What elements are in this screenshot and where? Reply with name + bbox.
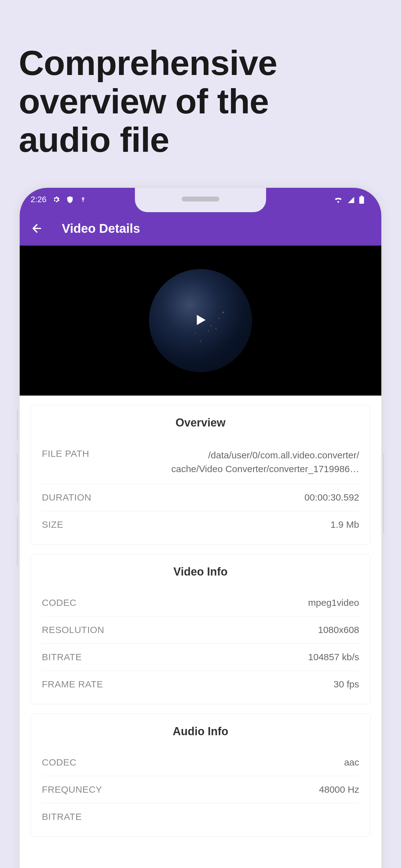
row-value: 1080x608 <box>318 625 359 635</box>
video-preview[interactable] <box>20 246 381 396</box>
overview-size-row: SIZE 1.9 Mb <box>42 511 359 538</box>
shield-icon <box>66 195 74 204</box>
row-value: 104857 kb/s <box>308 652 359 662</box>
card-title: Audio Info <box>42 725 359 738</box>
overview-card: Overview FILE PATH /data/user/0/com.all.… <box>31 405 370 545</box>
row-label: CODEC <box>42 597 76 608</box>
row-label: BITRATE <box>42 811 82 822</box>
app-bar: Video Details <box>20 211 381 246</box>
row-label: SIZE <box>42 519 63 530</box>
row-value: mpeg1video <box>308 597 359 608</box>
row-value: /data/user/0/com.all.video.converter/ ca… <box>171 448 360 475</box>
overview-duration-row: DURATION 00:00:30.592 <box>42 484 359 511</box>
audio-info-card: Audio Info CODEC aac FREQUNECY 48000 Hz … <box>31 714 370 837</box>
location-icon <box>80 195 87 204</box>
row-label: FRAME RATE <box>42 679 103 690</box>
row-label: RESOLUTION <box>42 625 104 635</box>
card-title: Overview <box>42 416 359 429</box>
svg-point-0 <box>82 197 84 199</box>
promo-heading-line: overview of the <box>19 82 277 121</box>
video-bitrate-row: BITRATE 104857 kb/s <box>42 644 359 671</box>
row-value: 00:00:30.592 <box>304 492 359 503</box>
row-label: DURATION <box>42 492 91 503</box>
svg-rect-2 <box>361 195 363 196</box>
status-time: 2:26 <box>31 195 46 204</box>
phone-frame: 2:26 <box>18 186 383 868</box>
promo-heading: Comprehensive overview of the audio file <box>19 44 277 159</box>
audio-codec-row: CODEC aac <box>42 749 359 776</box>
row-value: 1.9 Mb <box>330 519 359 530</box>
row-label: BITRATE <box>42 652 82 662</box>
card-title: Video Info <box>42 565 359 578</box>
back-button[interactable] <box>31 222 43 235</box>
row-label: FREQUNECY <box>42 784 102 795</box>
signal-icon <box>347 196 355 203</box>
promo-heading-line: audio file <box>19 121 277 159</box>
audio-bitrate-row: BITRATE <box>42 803 359 830</box>
promo-heading-line: Comprehensive <box>19 44 277 82</box>
audio-frequency-row: FREQUNECY 48000 Hz <box>42 776 359 803</box>
row-value: 48000 Hz <box>319 784 359 795</box>
play-icon[interactable] <box>192 311 209 330</box>
row-value: 30 fps <box>334 679 359 690</box>
file-path-line: cache/Video Converter/converter_1719986… <box>171 462 360 476</box>
wifi-icon <box>334 196 343 203</box>
content-area: Overview FILE PATH /data/user/0/com.all.… <box>20 396 381 856</box>
video-frame-rate-row: FRAME RATE 30 fps <box>42 671 359 698</box>
svg-rect-1 <box>359 196 364 204</box>
video-info-card: Video Info CODEC mpeg1video RESOLUTION 1… <box>31 554 370 704</box>
page-title: Video Details <box>62 221 140 236</box>
video-codec-row: CODEC mpeg1video <box>42 589 359 617</box>
video-resolution-row: RESOLUTION 1080x608 <box>42 617 359 644</box>
overview-file-path-row: FILE PATH /data/user/0/com.all.video.con… <box>42 440 359 484</box>
row-value: aac <box>344 757 359 768</box>
battery-icon <box>359 195 364 204</box>
gear-icon <box>52 195 60 204</box>
phone-notch <box>135 188 266 212</box>
row-label: CODEC <box>42 757 76 768</box>
screen: 2:26 <box>20 188 381 868</box>
file-path-line: /data/user/0/com.all.video.converter/ <box>171 448 360 462</box>
row-label: FILE PATH <box>42 448 89 459</box>
